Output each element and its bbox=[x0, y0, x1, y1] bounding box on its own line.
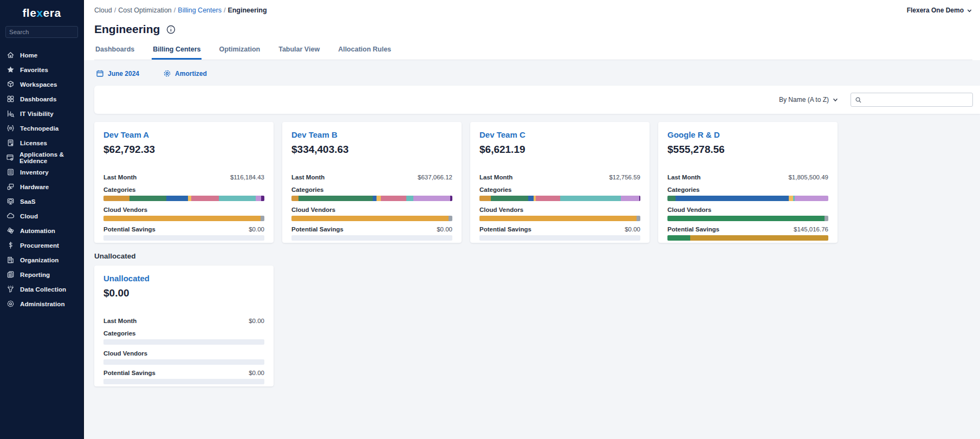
date-filter[interactable]: June 2024 bbox=[96, 69, 139, 78]
sidebar-item-label: Favorites bbox=[20, 67, 48, 73]
potential-savings-value: $0.00 bbox=[437, 226, 452, 233]
tab-optimization[interactable]: Optimization bbox=[218, 46, 261, 60]
sidebar-item-organization[interactable]: Organization bbox=[0, 253, 83, 267]
cloud-vendors-label: Cloud Vendors bbox=[291, 206, 452, 214]
bar-segment bbox=[637, 216, 640, 221]
cloud-vendors-bar bbox=[291, 216, 452, 221]
bar-segment bbox=[690, 235, 828, 241]
bar-segment bbox=[219, 196, 256, 201]
bar-segment bbox=[479, 196, 491, 201]
last-month-value: $116,184.43 bbox=[230, 174, 264, 181]
potential-savings-value: $0.00 bbox=[249, 370, 264, 377]
sidebar-item-applications-evidence[interactable]: Applications & Evidence bbox=[0, 150, 83, 165]
last-month-value: $637,066.12 bbox=[418, 174, 452, 181]
billing-center-card[interactable]: Dev Team B $334,403.63 Last Month $637,0… bbox=[282, 122, 462, 243]
sidebar-item-label: Organization bbox=[20, 257, 59, 263]
sidebar-item-workspaces[interactable]: Workspaces bbox=[0, 77, 83, 92]
sidebar-item-dashboards[interactable]: Dashboards bbox=[0, 92, 83, 106]
cloud-vendors-bar bbox=[479, 216, 640, 221]
tab-tabular-view[interactable]: Tabular View bbox=[277, 46, 321, 60]
potential-savings-label: Potential Savings bbox=[103, 226, 155, 233]
cloud-vendors-label: Cloud Vendors bbox=[103, 206, 264, 214]
sidebar-search[interactable] bbox=[5, 26, 78, 38]
potential-savings-label: Potential Savings bbox=[103, 370, 155, 377]
sidebar-nav: HomeFavoritesWorkspacesDashboardsIT Visi… bbox=[0, 43, 83, 311]
billing-center-amount: $555,278.56 bbox=[667, 143, 828, 156]
page-title: Engineering bbox=[94, 23, 160, 36]
sidebar-search-input[interactable] bbox=[9, 29, 93, 35]
cube-icon bbox=[6, 80, 15, 89]
bar-segment bbox=[377, 196, 381, 201]
cost-type-filter[interactable]: Amortized bbox=[163, 69, 207, 78]
star-icon bbox=[6, 66, 15, 74]
card-search[interactable] bbox=[851, 93, 973, 107]
cloud-vendors-label: Cloud Vendors bbox=[667, 206, 828, 214]
account-menu[interactable]: Flexera One Demo bbox=[907, 7, 972, 14]
card-search-input[interactable] bbox=[865, 96, 969, 104]
potential-savings-bar bbox=[291, 235, 452, 241]
tab-dashboards[interactable]: Dashboards bbox=[94, 46, 135, 60]
bar-segment bbox=[560, 196, 621, 201]
sidebar-item-label: IT Visibility bbox=[20, 111, 54, 117]
sidebar-item-administration[interactable]: Administration bbox=[0, 296, 83, 311]
sidebar-item-technopedia[interactable]: Technopedia bbox=[0, 121, 83, 135]
sidebar-item-favorites[interactable]: Favorites bbox=[0, 62, 83, 77]
tab-billing-centers[interactable]: Billing Centers bbox=[152, 46, 202, 60]
funnel-icon bbox=[6, 285, 15, 294]
categories-bar bbox=[667, 196, 828, 201]
sidebar-item-reporting[interactable]: Reporting bbox=[0, 267, 83, 282]
bar-segment bbox=[191, 196, 219, 201]
search-icon bbox=[855, 96, 862, 104]
cloud-vendors-bar bbox=[103, 359, 264, 365]
billing-center-link[interactable]: Dev Team A bbox=[103, 130, 264, 139]
sidebar-item-it-visibility[interactable]: IT Visibility bbox=[0, 106, 83, 121]
potential-savings-bar bbox=[103, 379, 264, 384]
categories-label: Categories bbox=[479, 186, 640, 193]
bar-segment bbox=[676, 196, 789, 201]
billing-center-card[interactable]: Google R & D $555,278.56 Last Month $1,8… bbox=[658, 122, 838, 243]
potential-savings-value: $145,016.76 bbox=[794, 226, 828, 233]
sidebar-item-label: Dashboards bbox=[20, 96, 56, 102]
bar-segment bbox=[621, 196, 639, 201]
sidebar-item-inventory[interactable]: Inventory bbox=[0, 165, 83, 179]
breadcrumb-item-billing-centers[interactable]: Billing Centers bbox=[178, 7, 222, 14]
sidebar-item-procurement[interactable]: Procurement bbox=[0, 238, 83, 253]
bar-segment bbox=[825, 216, 828, 221]
sidebar: flexera HomeFavoritesWorkspacesDashboard… bbox=[0, 0, 84, 439]
sidebar-item-home[interactable]: Home bbox=[0, 48, 83, 62]
billing-center-link[interactable]: Google R & D bbox=[667, 130, 828, 139]
sidebar-item-automation[interactable]: Automation bbox=[0, 223, 83, 238]
sidebar-item-cloud[interactable]: Cloud bbox=[0, 209, 83, 223]
billing-center-link[interactable]: Dev Team B bbox=[291, 130, 452, 139]
info-icon[interactable] bbox=[166, 25, 176, 34]
categories-label: Categories bbox=[103, 186, 264, 193]
billing-center-link[interactable]: Unallocated bbox=[103, 274, 264, 283]
calendar-icon bbox=[96, 69, 104, 78]
sidebar-item-hardware[interactable]: Hardware bbox=[0, 179, 83, 194]
cloud-vendors-bar bbox=[103, 216, 264, 221]
list-icon bbox=[6, 168, 15, 177]
billing-center-card[interactable]: Unallocated $0.00 Last Month $0.00 Categ… bbox=[94, 266, 274, 386]
cloud-vendors-label: Cloud Vendors bbox=[103, 350, 264, 357]
bar-segment bbox=[479, 216, 637, 221]
sidebar-item-saas[interactable]: SaaS bbox=[0, 194, 83, 209]
main-area: Cloud/Cost Optimization/Billing Centers/… bbox=[84, 0, 980, 439]
building-icon bbox=[6, 256, 15, 264]
sidebar-item-licenses[interactable]: Licenses bbox=[0, 135, 83, 150]
billing-center-card[interactable]: Dev Team A $62,792.33 Last Month $116,18… bbox=[94, 122, 274, 243]
billing-center-card[interactable]: Dev Team C $6,621.19 Last Month $12,756.… bbox=[470, 122, 650, 243]
sidebar-item-label: Hardware bbox=[20, 184, 49, 190]
dollar-icon bbox=[6, 241, 15, 250]
bar-segment bbox=[261, 196, 264, 201]
sort-label: By Name (A to Z) bbox=[779, 96, 829, 104]
billing-center-link[interactable]: Dev Team C bbox=[479, 130, 640, 139]
bar-segment bbox=[406, 196, 413, 201]
sidebar-item-data-collection[interactable]: Data Collection bbox=[0, 282, 83, 296]
tab-allocation-rules[interactable]: Allocation Rules bbox=[337, 46, 392, 60]
bar-segment bbox=[667, 196, 676, 201]
last-month-label: Last Month bbox=[667, 174, 700, 181]
monitor-cloud-icon bbox=[6, 197, 15, 206]
potential-savings-label: Potential Savings bbox=[291, 226, 343, 233]
cost-type-filter-label: Amortized bbox=[175, 70, 207, 78]
sort-dropdown[interactable]: By Name (A to Z) bbox=[779, 96, 839, 104]
